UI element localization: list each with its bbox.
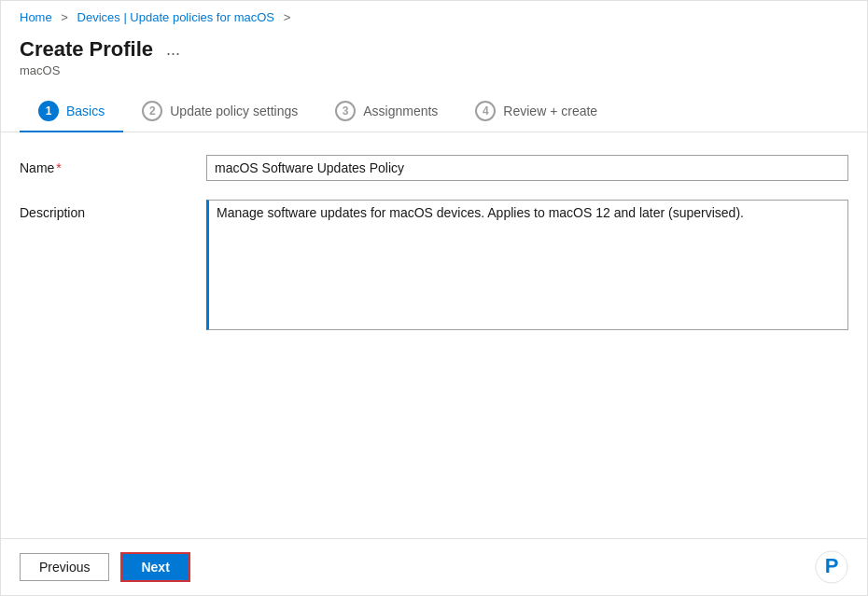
tab-basics-number: 1	[38, 101, 59, 121]
tab-review-label: Review + create	[503, 104, 597, 118]
app-window: Home > Devices | Update policies for mac…	[0, 0, 868, 596]
tab-assignments[interactable]: 3 Assignments	[316, 93, 456, 132]
name-form-row: Name*	[20, 155, 848, 181]
next-button[interactable]: Next	[120, 552, 189, 582]
page-subtitle: macOS	[20, 63, 848, 77]
tab-assignments-number: 3	[335, 101, 356, 121]
tab-basics[interactable]: 1 Basics	[20, 93, 123, 132]
page-header: Create Profile ... macOS	[1, 30, 867, 81]
previous-button[interactable]: Previous	[20, 553, 109, 581]
breadcrumb-devices[interactable]: Devices | Update policies for macOS	[77, 10, 274, 24]
required-star: *	[56, 160, 61, 175]
app-logo-icon: P	[815, 550, 848, 584]
svg-text:P: P	[825, 554, 839, 577]
footer-logo: P	[815, 550, 848, 584]
breadcrumb-sep1: >	[61, 10, 68, 24]
breadcrumb-home[interactable]: Home	[20, 10, 52, 24]
tab-review-create[interactable]: 4 Review + create	[456, 93, 616, 132]
description-input-area: Manage software updates for macOS device…	[206, 200, 848, 333]
name-input-area	[206, 155, 848, 181]
tab-update-number: 2	[142, 101, 162, 121]
ellipsis-button[interactable]: ...	[162, 38, 184, 62]
tab-update-policy-settings[interactable]: 2 Update policy settings	[123, 93, 316, 132]
tab-assignments-label: Assignments	[363, 104, 438, 118]
tab-update-label: Update policy settings	[170, 104, 298, 118]
description-form-row: Description Manage software updates for …	[20, 200, 848, 333]
description-textarea[interactable]: Manage software updates for macOS device…	[206, 200, 848, 330]
main-content: Name* Description Manage software update…	[1, 132, 867, 538]
name-input[interactable]	[206, 155, 848, 181]
breadcrumb-sep2: >	[284, 10, 291, 24]
tabs-container: 1 Basics 2 Update policy settings 3 Assi…	[1, 81, 867, 132]
tab-review-number: 4	[475, 101, 496, 121]
page-title: Create Profile	[20, 37, 153, 62]
tab-basics-label: Basics	[66, 104, 105, 118]
description-label: Description	[20, 200, 206, 220]
breadcrumb: Home > Devices | Update policies for mac…	[1, 1, 867, 30]
footer: Previous Next P	[1, 538, 867, 595]
name-label: Name*	[20, 155, 206, 175]
tabs: 1 Basics 2 Update policy settings 3 Assi…	[20, 92, 848, 132]
